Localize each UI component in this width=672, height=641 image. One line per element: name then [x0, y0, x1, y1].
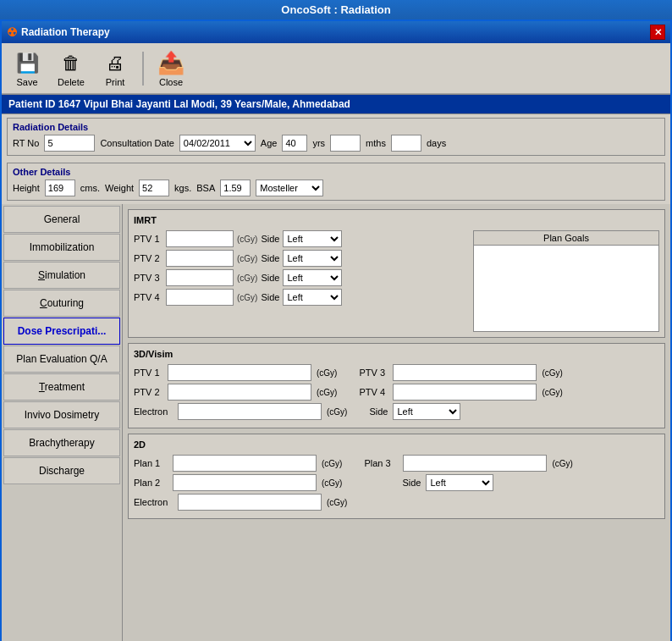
imrt-ptv4-side-label: Side — [261, 292, 279, 302]
sidebar-item-treatment[interactable]: Treatment — [3, 373, 120, 401]
threed-electron-label: Electron — [134, 406, 173, 417]
imrt-ptv1-row: PTV 1 (cGy) Side LeftRightBilateral — [134, 230, 468, 247]
imrt-ptv4-input[interactable] — [166, 289, 234, 306]
threed-title: 3D/Visim — [134, 349, 659, 359]
imrt-ptv3-row: PTV 3 (cGy) Side LeftRightBilateral — [134, 269, 468, 286]
threed-ptv3-unit: (cGy) — [542, 368, 562, 378]
twod-plan1-input[interactable] — [173, 455, 317, 472]
twod-electron-label: Electron — [134, 497, 173, 507]
imrt-ptv2-input[interactable] — [166, 250, 234, 267]
age-label: Age — [261, 138, 278, 148]
threed-side-select[interactable]: LeftRightBilateral — [393, 403, 460, 420]
cms-label: cms. — [80, 183, 100, 193]
main-area: General Immobilization Simulation Coutur… — [2, 204, 670, 641]
radiation-details-row: RT No Consultation Date 04/02/2011 Age y… — [13, 135, 659, 152]
twod-section: 2D Plan 1 (cGy) Plan 3 (cGy) Plan 2 (cGy… — [128, 434, 665, 519]
main-window: ☢ Radiation Therapy ✕ 💾 Save 🗑 Delete 🖨 … — [0, 19, 672, 641]
sidebar-item-dose-prescription[interactable]: Dose Prescripati... — [3, 318, 120, 345]
imrt-ptv1-side-select[interactable]: LeftRightBilateral — [283, 230, 342, 247]
threed-ptv1-unit: (cGy) — [317, 368, 337, 378]
print-button[interactable]: 🖨 Print — [96, 48, 134, 89]
save-label: Save — [16, 77, 37, 87]
window-close-button[interactable]: ✕ — [650, 25, 665, 40]
threed-ptv2-unit: (cGy) — [317, 388, 337, 397]
threed-ptv1-input[interactable] — [168, 364, 311, 381]
twod-plan2-label: Plan 2 — [134, 478, 168, 488]
imrt-ptv2-unit: (cGy) — [237, 254, 257, 263]
save-button[interactable]: 💾 Save — [8, 48, 46, 89]
threed-ptv1-label: PTV 1 — [134, 367, 162, 378]
days-input[interactable] — [391, 135, 421, 152]
sidebar-item-discharge[interactable]: Discharge — [3, 457, 120, 484]
print-icon: 🖨 — [102, 50, 129, 77]
threed-electron-input[interactable] — [178, 403, 322, 420]
sidebar: General Immobilization Simulation Coutur… — [2, 204, 123, 641]
threed-ptv4-input[interactable] — [393, 384, 537, 401]
sidebar-item-immobilization[interactable]: Immobilization — [3, 234, 120, 261]
weight-input[interactable] — [139, 180, 169, 196]
mths-input[interactable] — [330, 135, 361, 152]
height-input[interactable] — [45, 180, 75, 196]
imrt-ptv2-side-select[interactable]: LeftRightBilateral — [283, 250, 342, 267]
twod-plan2-input[interactable] — [173, 474, 317, 491]
rt-no-label: RT No — [13, 138, 39, 148]
toolbar: 💾 Save 🗑 Delete 🖨 Print 📤 Close — [2, 43, 670, 94]
imrt-ptv2-label: PTV 2 — [134, 253, 162, 263]
twod-plan1-unit: (cGy) — [322, 459, 342, 468]
yrs-label: yrs — [312, 138, 325, 148]
delete-button[interactable]: 🗑 Delete — [52, 48, 90, 89]
other-details-label: Other Details — [13, 167, 659, 177]
imrt-ptv1-side-label: Side — [261, 234, 279, 244]
twod-title: 2D — [134, 439, 659, 450]
sidebar-item-simulation[interactable]: Simulation — [3, 262, 120, 289]
imrt-ptv3-label: PTV 3 — [134, 273, 162, 283]
rt-no-input[interactable] — [44, 135, 95, 152]
kgs-label: kgs. — [174, 183, 191, 193]
other-details-section: Other Details Height cms. Weight kgs. BS… — [7, 163, 665, 201]
imrt-ptv3-unit: (cGy) — [237, 274, 257, 283]
twod-electron-input[interactable] — [178, 494, 322, 511]
plan-goals-body[interactable] — [474, 246, 658, 331]
consultation-date-select[interactable]: 04/02/2011 — [179, 135, 256, 152]
sidebar-item-brachytherapy[interactable]: Brachytherapy — [3, 429, 120, 456]
age-input[interactable] — [282, 135, 307, 152]
save-icon: 💾 — [14, 50, 41, 77]
close-label: Close — [159, 77, 183, 87]
imrt-ptv1-input[interactable] — [166, 230, 234, 247]
app-title: OncoSoft : Radiation — [0, 0, 672, 19]
mths-label: mths — [366, 138, 386, 148]
imrt-left: PTV 1 (cGy) Side LeftRightBilateral PTV … — [134, 230, 468, 332]
twod-plan3-input[interactable] — [403, 455, 547, 472]
threed-ptv3-input[interactable] — [393, 364, 537, 381]
imrt-ptv4-side-select[interactable]: LeftRightBilateral — [283, 289, 342, 306]
imrt-ptv3-side-select[interactable]: LeftRightBilateral — [283, 269, 342, 286]
radiation-details-section: Radiation Details RT No Consultation Dat… — [7, 118, 665, 156]
imrt-ptv2-row: PTV 2 (cGy) Side LeftRightBilateral — [134, 250, 468, 267]
other-details-row: Height cms. Weight kgs. BSA Mosteller Du… — [13, 180, 659, 196]
window-title: Radiation Therapy — [21, 26, 110, 38]
threed-electron-unit: (cGy) — [327, 407, 347, 417]
print-label: Print — [106, 77, 125, 87]
bsa-label: BSA — [196, 183, 215, 193]
sidebar-item-plan-evaluation[interactable]: Plan Evaluation Q/A — [3, 345, 120, 373]
twod-plan3-label: Plan 3 — [364, 458, 398, 468]
imrt-ptv3-input[interactable] — [166, 269, 234, 286]
radiation-details-label: Radiation Details — [13, 122, 659, 132]
imrt-ptv4-row: PTV 4 (cGy) Side LeftRightBilateral — [134, 289, 468, 306]
toolbar-separator — [142, 52, 144, 86]
twod-side-select[interactable]: LeftRightBilateral — [426, 474, 493, 491]
bsa-input[interactable] — [220, 180, 251, 196]
content-panel: IMRT PTV 1 (cGy) Side LeftRightBilateral — [123, 204, 670, 641]
bsa-method-select[interactable]: Mosteller DuBois — [256, 180, 323, 196]
radiation-icon: ☢ — [7, 25, 18, 39]
sidebar-item-invivo-dosimetry[interactable]: Invivo Dosimetry — [3, 401, 120, 428]
twod-side-label: Side — [402, 478, 421, 488]
threed-side-label: Side — [369, 406, 388, 417]
delete-icon: 🗑 — [58, 50, 85, 77]
imrt-ptv3-side-label: Side — [261, 273, 279, 283]
close-button[interactable]: 📤 Close — [152, 48, 190, 89]
plan-goals-header: Plan Goals — [474, 231, 658, 246]
sidebar-item-couturing[interactable]: Couturing — [3, 290, 120, 317]
sidebar-item-general[interactable]: General — [3, 206, 120, 233]
threed-ptv2-input[interactable] — [168, 384, 311, 401]
